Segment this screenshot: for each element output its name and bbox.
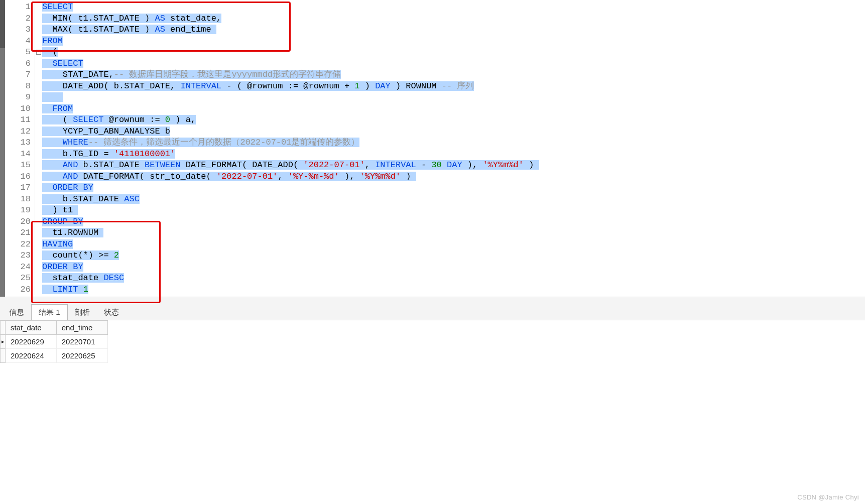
string: '4110100001' <box>114 149 175 159</box>
code-text: ), <box>462 160 483 170</box>
code-text: , <box>278 172 288 181</box>
line-number-gutter: 1 2 3 4 5 6 7 8 9 10 11 12 13 14 15 16 1… <box>6 2 35 295</box>
code-line[interactable]: ) t1 <box>42 205 539 216</box>
code-line[interactable]: t1.ROWNUM <box>42 227 539 239</box>
keyword-interval: INTERVAL <box>180 81 221 91</box>
code-line[interactable]: MAX( t1.STAT_DATE ) AS end_time <box>42 24 539 36</box>
code-line[interactable]: HAVING <box>42 239 539 250</box>
code-line[interactable]: ORDER BY <box>42 262 539 273</box>
code-text: DATE_ADD( b.STAT_DATE, <box>42 81 180 91</box>
code-line[interactable]: FROM <box>42 36 539 47</box>
line-number: 21 <box>6 227 31 239</box>
code-line[interactable]: STAT_DATE,-- 数据库日期字段，我这里是yyyymmdd形式的字符串存… <box>42 69 539 81</box>
keyword-interval: INTERVAL <box>375 160 416 170</box>
line-number: 17 <box>6 182 31 194</box>
code-line[interactable]: b.STAT_DATE ASC <box>42 194 539 205</box>
code-line[interactable]: SELECT <box>42 2 539 13</box>
line-number: 24 <box>6 262 31 273</box>
code-line[interactable]: AND b.STAT_DATE BETWEEN DATE_FORMAT( DAT… <box>42 160 539 171</box>
line-number: 23 <box>6 250 31 262</box>
tab-result-1[interactable]: 结果 1 <box>31 304 68 320</box>
code-line[interactable]: b.TG_ID = '4110100001' <box>42 149 539 160</box>
line-number: 10 <box>6 103 31 115</box>
table-row[interactable]: 20220624 20220625 <box>1 349 108 363</box>
code-line[interactable]: YCYP_TG_ABN_ANALYSE b <box>42 126 539 138</box>
code-line[interactable]: SELECT <box>42 58 539 70</box>
code-line[interactable]: LIMIT 1 <box>42 284 539 296</box>
code-line[interactable]: WHERE-- 筛选条件，筛选最近一个月的数据（2022-07-01是前端传的参… <box>42 137 539 149</box>
code-text: ), <box>339 172 360 181</box>
code-text: b.TG_ID = <box>42 149 114 159</box>
code-text: count(*) >= <box>42 250 114 260</box>
line-number: 13 <box>6 137 31 149</box>
code-text: ) <box>360 81 376 91</box>
code-line[interactable]: DATE_ADD( b.STAT_DATE, INTERVAL - ( @row… <box>42 81 539 92</box>
results-tab-bar: 信息 结果 1 剖析 状态 <box>0 303 865 320</box>
code-body[interactable]: SELECT MIN( t1.STAT_DATE ) AS stat_date,… <box>42 2 539 295</box>
code-line[interactable]: count(*) >= 2 <box>42 250 539 262</box>
results-table[interactable]: stat_date end_time ▸ 20220629 20220701 2… <box>0 320 108 363</box>
sql-editor-panel: 1 2 3 4 5 6 7 8 9 10 11 12 13 14 15 16 1… <box>0 0 865 297</box>
column-header-end-time[interactable]: end_time <box>56 321 107 335</box>
keyword-as: AS <box>155 25 165 34</box>
keyword-where: WHERE <box>42 138 88 147</box>
keyword-groupby: GROUP BY <box>42 217 83 226</box>
code-line[interactable]: AND DATE_FORMAT( str_to_date( '2022-07-0… <box>42 171 539 183</box>
code-text: ) <box>524 160 539 170</box>
keyword-from: FROM <box>42 104 73 113</box>
code-text: ( <box>42 115 73 124</box>
line-number: 11 <box>6 114 31 126</box>
code-line[interactable]: ( SELECT @rownum := 0 ) a, <box>42 114 539 126</box>
tab-status[interactable]: 状态 <box>97 305 126 320</box>
comment: -- 筛选条件，筛选最近一个月的数据（2022-07-01是前端传的参数） <box>88 138 360 147</box>
editor-scroll-gutter[interactable] <box>0 0 5 297</box>
number: 30 <box>431 160 441 170</box>
code-line[interactable]: GROUP BY <box>42 216 539 228</box>
watermark-text: CSDN @Jamie Chyi <box>797 493 859 501</box>
tab-profile[interactable]: 剖析 <box>68 305 97 320</box>
number: 1 <box>83 285 88 294</box>
code-text <box>78 285 83 294</box>
code-editor[interactable]: 1 2 3 4 5 6 7 8 9 10 11 12 13 14 15 16 1… <box>6 0 865 297</box>
table-row[interactable]: ▸ 20220629 20220701 <box>1 335 108 349</box>
code-text: ) <box>401 172 416 181</box>
row-indicator <box>1 349 6 363</box>
code-line[interactable]: stat_date DESC <box>42 273 539 284</box>
line-number: 9 <box>6 92 31 103</box>
number: 0 <box>165 115 170 124</box>
cell-stat-date[interactable]: 20220629 <box>6 335 57 349</box>
table-header-row: stat_date end_time <box>1 321 108 335</box>
keyword-as: AS <box>155 14 165 23</box>
line-number: 25 <box>6 273 31 284</box>
line-number: 8 <box>6 81 31 92</box>
line-number: 19 <box>6 205 31 216</box>
code-line[interactable] <box>42 92 539 103</box>
code-text: - <box>416 160 432 170</box>
code-text: YCYP_TG_ABN_ANALYSE b <box>42 127 170 136</box>
code-line[interactable]: FROM <box>42 103 539 115</box>
fold-toggle-icon[interactable]: - <box>36 50 41 55</box>
code-text: b.STAT_DATE <box>78 160 145 170</box>
number: 1 <box>354 81 359 91</box>
results-panel: stat_date end_time ▸ 20220629 20220701 2… <box>0 320 865 504</box>
line-number: 16 <box>6 171 31 183</box>
code-line[interactable]: ORDER BY <box>42 182 539 194</box>
code-text: ) ROWNUM <box>391 81 442 91</box>
cell-stat-date[interactable]: 20220624 <box>6 349 57 363</box>
line-number: 3 <box>6 24 31 36</box>
code-text: t1.ROWNUM <box>42 228 103 237</box>
keyword-desc: DESC <box>103 273 124 283</box>
code-text: ) a, <box>170 115 196 124</box>
keyword-day: DAY <box>375 81 391 91</box>
cell-end-time[interactable]: 20220701 <box>56 335 107 349</box>
code-line[interactable]: MIN( t1.STAT_DATE ) AS stat_date, <box>42 13 539 25</box>
code-text: end_time <box>165 25 216 34</box>
keyword-orderby: ORDER BY <box>42 262 83 272</box>
column-header-stat-date[interactable]: stat_date <box>6 321 57 335</box>
tab-info[interactable]: 信息 <box>2 305 31 320</box>
string: '%Y-%m-%d' <box>288 172 339 181</box>
line-number: 7 <box>6 69 31 81</box>
cell-end-time[interactable]: 20220625 <box>56 349 107 363</box>
line-number: 18 <box>6 194 31 205</box>
code-line[interactable]: ( <box>42 47 539 58</box>
